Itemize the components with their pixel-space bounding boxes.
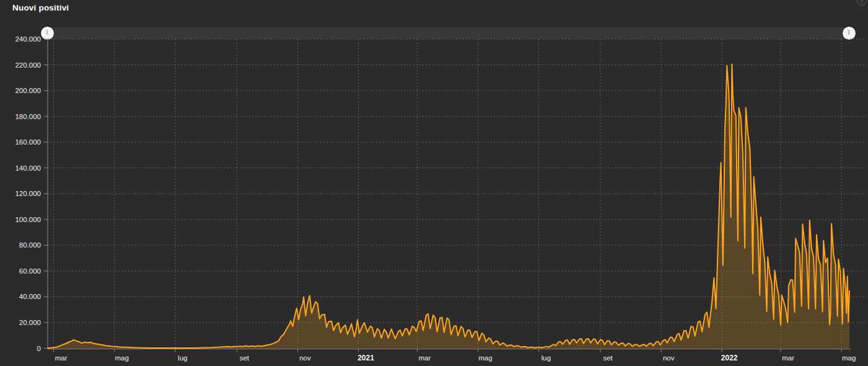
x-tick-label: mag: [478, 354, 492, 362]
x-tick-label: set: [603, 354, 613, 362]
y-tick-label: 180.000: [15, 113, 41, 120]
y-tick-label: 160.000: [15, 138, 41, 146]
y-tick-label: 80.000: [19, 241, 41, 249]
x-tick-label: 2021: [357, 354, 374, 362]
y-tick-label: 100.000: [15, 216, 41, 223]
y-tick-label: 20.000: [19, 319, 41, 326]
x-tick-label: mag: [115, 354, 129, 362]
y-tick-label: 220.000: [15, 61, 41, 69]
x-tick-label: nov: [663, 354, 675, 362]
y-tick-label: 240.000: [15, 35, 41, 43]
y-tick-label: 0: [37, 345, 41, 352]
x-tick-label: mag: [842, 354, 856, 362]
x-tick-label: set: [240, 354, 250, 362]
x-tick-label: mar: [55, 354, 68, 362]
y-tick-label: 40.000: [19, 293, 41, 300]
x-tick-label: 2022: [721, 354, 738, 362]
y-tick-label: 140.000: [15, 164, 41, 172]
x-tick-label: nov: [299, 354, 311, 362]
y-tick-label: 60.000: [19, 267, 41, 275]
y-tick-label: 200.000: [15, 87, 41, 94]
x-tick-label: mar: [418, 354, 431, 362]
x-tick-label: lug: [178, 354, 187, 362]
x-tick-label: mar: [782, 354, 794, 362]
dashboard-panel: Nuovi positivi ? ‖ ‖ 020.00040.00060.000…: [0, 0, 868, 366]
area-chart[interactable]: 020.00040.00060.00080.000100.000120.0001…: [0, 0, 868, 366]
x-tick-label: lug: [541, 354, 551, 362]
y-tick-label: 120.000: [15, 190, 41, 197]
